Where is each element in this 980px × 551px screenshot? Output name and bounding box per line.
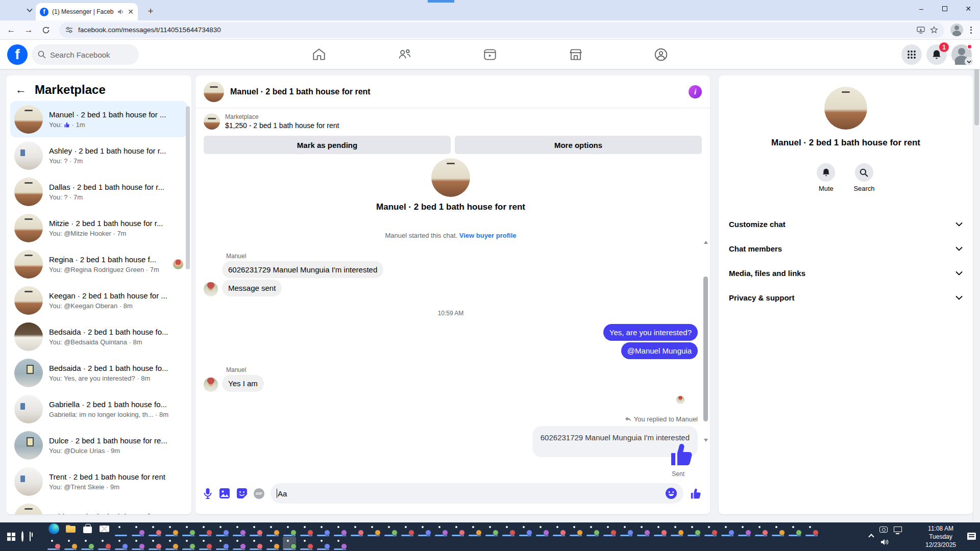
gif-icon[interactable]: GIF	[254, 488, 264, 499]
tray-overflow-chevron-icon[interactable]	[868, 534, 874, 539]
taskbar-app-button[interactable]	[300, 523, 313, 536]
taskbar-app-button[interactable]	[670, 523, 683, 536]
conversation-info-icon[interactable]: i	[689, 85, 702, 98]
message-input[interactable]: Aa	[271, 483, 683, 504]
taskbar-app-button[interactable]	[552, 523, 566, 536]
voice-clip-icon[interactable]	[203, 488, 213, 499]
conversation-list-item[interactable]: Gabriella · 2 bed 1 bath house fo...Gabr…	[10, 391, 187, 427]
taskbar-app-button[interactable]	[586, 523, 599, 536]
taskbar-app-button[interactable]	[788, 523, 801, 536]
marketplace-tab-icon[interactable]	[568, 47, 583, 62]
tab-search-chevron-icon[interactable]	[23, 4, 36, 16]
taskbar-app-button[interactable]	[754, 523, 768, 536]
outgoing-message-bubble[interactable]: @Manuel Munguia	[621, 342, 698, 359]
taskbar-app-button[interactable]	[182, 523, 195, 536]
browser-menu-icon[interactable]	[966, 27, 976, 34]
taskbar-app-button[interactable]	[199, 537, 212, 550]
taskbar-app-button[interactable]	[249, 523, 262, 536]
taskbar-pinned-edge[interactable]	[47, 523, 60, 534]
taskbar-app-button[interactable]	[502, 523, 515, 536]
install-app-icon[interactable]	[917, 27, 925, 34]
taskbar-pinned-microsoft-store[interactable]	[81, 523, 94, 534]
chat-avatar[interactable]	[204, 82, 224, 102]
facebook-logo[interactable]: f	[7, 44, 28, 65]
taskbar-app-button[interactable]	[603, 523, 616, 536]
watch-tab-icon[interactable]	[482, 47, 498, 62]
incoming-message-bubble[interactable]: Yes I am	[222, 375, 264, 392]
conversation-list-item[interactable]: Ashley · 2 bed 1 bath house for r...You:…	[10, 137, 187, 173]
tab-close-icon[interactable]: ✕	[128, 8, 134, 16]
chat-scrollbar[interactable]	[703, 241, 708, 442]
like-button-icon[interactable]	[690, 487, 703, 500]
site-settings-icon[interactable]	[65, 27, 73, 33]
more-options-button[interactable]: More options	[455, 136, 702, 154]
start-button[interactable]	[7, 533, 15, 541]
action-center-icon[interactable]	[967, 533, 976, 540]
browser-tab[interactable]: f (1) Messenger | Facebook ✕	[36, 3, 138, 20]
taskbar-app-button[interactable]	[468, 523, 481, 536]
taskbar-app-button[interactable]	[653, 523, 667, 536]
taskbar-app-button[interactable]	[620, 523, 633, 536]
taskbar-app-button[interactable]	[114, 523, 128, 536]
mark-as-pending-button[interactable]: Mark as pending	[204, 136, 451, 154]
taskbar-app-button[interactable]	[148, 523, 161, 536]
url-text[interactable]: facebook.com/messages/t/1140515644734830	[78, 26, 912, 34]
taskbar-app-button[interactable]	[434, 523, 448, 536]
back-arrow-icon[interactable]: ←	[15, 83, 27, 96]
taskbar-app-button[interactable]	[350, 523, 363, 536]
incoming-message-bubble[interactable]: Message sent	[222, 280, 282, 296]
taskbar-app-button[interactable]	[805, 523, 818, 536]
taskbar-app-button[interactable]	[519, 523, 532, 536]
conversation-list-item[interactable]: Keegan · 2 bed 1 bath house for ...You: …	[10, 282, 187, 318]
chat-members-section[interactable]: Chat members	[724, 236, 968, 261]
taskbar-app-button[interactable]	[333, 537, 347, 550]
taskbar-app-button[interactable]	[367, 523, 380, 536]
window-minimize-button[interactable]: –	[910, 0, 933, 17]
taskbar-app-button[interactable]	[266, 523, 279, 536]
taskbar-app-button[interactable]	[249, 537, 262, 550]
taskbar-app-button[interactable]	[569, 523, 582, 536]
taskbar-app-button[interactable]	[738, 523, 751, 536]
taskbar-pinned-file-explorer[interactable]	[64, 523, 77, 534]
conversation-list-item[interactable]: Mitzie · 2 bed 1 bath house for r...You:…	[10, 210, 187, 246]
taskbar-app-button[interactable]	[451, 523, 464, 536]
window-maximize-button[interactable]	[933, 0, 957, 17]
taskbar-app-button[interactable]	[114, 537, 128, 550]
conversation-list-item[interactable]: Dallas · 2 bed 1 bath house for r...You:…	[10, 173, 187, 210]
menu-grid-button[interactable]	[901, 44, 922, 65]
message-scroll-area[interactable]: Manuel · 2 bed 1 bath house for rent Man…	[195, 154, 710, 478]
taskbar-app-button[interactable]	[636, 523, 650, 536]
home-tab-icon[interactable]	[311, 47, 327, 62]
sidebar-scrollbar[interactable]	[186, 106, 190, 512]
taskbar-pinned-mail[interactable]	[97, 523, 111, 534]
conversation-list-item[interactable]: Trent · 2 bed 1 bath house for rentYou: …	[10, 463, 187, 499]
taskbar-app-button[interactable]	[47, 537, 60, 550]
conversation-list-item[interactable]: Kaidan · 2 bed 1 bath house for r...	[10, 499, 187, 514]
thumbs-up-sticker[interactable]	[669, 440, 696, 468]
conversation-list-item[interactable]: Manuel · 2 bed 1 bath house for ...You:·…	[10, 101, 187, 137]
taskbar-app-button[interactable]	[300, 537, 313, 550]
taskbar-app-button[interactable]	[64, 537, 77, 550]
task-view-icon[interactable]	[30, 532, 31, 541]
taskbar-app-button[interactable]	[199, 523, 212, 536]
taskbar-app-button[interactable]	[165, 523, 178, 536]
taskbar-app-button[interactable]	[333, 523, 347, 536]
page-scrollbar[interactable]	[973, 40, 980, 522]
friends-tab-icon[interactable]	[397, 47, 412, 62]
facebook-search-input[interactable]: Search Facebook	[32, 44, 139, 65]
network-tray-icon[interactable]	[894, 527, 902, 532]
incoming-message-bubble[interactable]: 6026231729 Manuel Munguia I'm interested	[222, 261, 383, 278]
conversation-list-item[interactable]: Regina · 2 bed 1 bath house f...You: @Re…	[10, 246, 187, 282]
taskbar-app-button[interactable]	[215, 523, 229, 536]
taskbar-app-button[interactable]	[687, 523, 700, 536]
customize-chat-section[interactable]: Customize chat	[724, 212, 968, 236]
sticker-icon[interactable]	[236, 488, 248, 499]
taskbar-app-button[interactable]	[316, 537, 330, 550]
taskbar-app-button[interactable]	[316, 523, 330, 536]
taskbar-app-button[interactable]	[266, 537, 279, 550]
taskbar-app-button[interactable]	[418, 523, 431, 536]
taskbar-app-button[interactable]	[283, 537, 296, 550]
taskbar-app-button[interactable]	[401, 523, 414, 536]
taskbar-app-button[interactable]	[771, 523, 785, 536]
reload-button[interactable]	[39, 23, 53, 37]
